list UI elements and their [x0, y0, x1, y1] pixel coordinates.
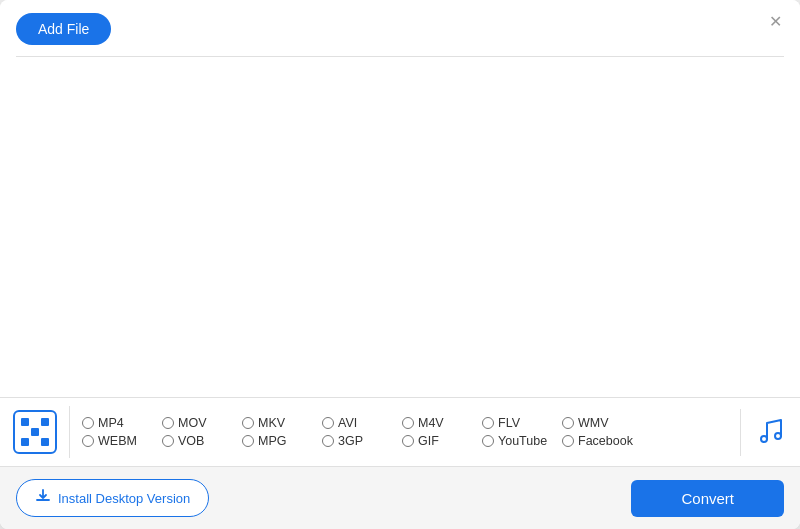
format-label-flv: FLV	[498, 416, 520, 430]
format-item-m4v[interactable]: M4V	[402, 416, 482, 430]
format-label-gif: GIF	[418, 434, 439, 448]
format-bar: MP4 MOV MKV AVI M4V	[0, 397, 800, 466]
format-radio-m4v[interactable]	[402, 417, 414, 429]
format-item-avi[interactable]: AVI	[322, 416, 402, 430]
format-radio-3gp[interactable]	[322, 435, 334, 447]
format-item-mpg[interactable]: MPG	[242, 434, 322, 448]
film-cell	[41, 428, 49, 436]
music-icon-box	[740, 409, 800, 456]
format-label-wmv: WMV	[578, 416, 609, 430]
close-button[interactable]: ✕	[764, 10, 786, 32]
format-label-vob: VOB	[178, 434, 204, 448]
convert-button[interactable]: Convert	[631, 480, 784, 517]
film-cell	[21, 438, 29, 446]
film-cell	[31, 438, 39, 446]
format-label-youtube: YouTube	[498, 434, 547, 448]
format-item-vob[interactable]: VOB	[162, 434, 242, 448]
title-bar: Add File ✕	[0, 0, 800, 56]
drop-area	[0, 57, 800, 397]
film-icon	[13, 410, 57, 454]
format-radio-mpg[interactable]	[242, 435, 254, 447]
format-radio-avi[interactable]	[322, 417, 334, 429]
install-label: Install Desktop Version	[58, 491, 190, 506]
format-label-avi: AVI	[338, 416, 357, 430]
svg-point-0	[761, 436, 767, 442]
format-radio-youtube[interactable]	[482, 435, 494, 447]
formats-grid: MP4 MOV MKV AVI M4V	[70, 412, 740, 452]
format-item-flv[interactable]: FLV	[482, 416, 562, 430]
format-item-youtube[interactable]: YouTube	[482, 434, 562, 448]
formats-row-2: WEBM VOB MPG 3GP GIF	[82, 434, 728, 448]
svg-point-1	[775, 433, 781, 439]
film-cell	[31, 428, 39, 436]
format-radio-mov[interactable]	[162, 417, 174, 429]
formats-row-1: MP4 MOV MKV AVI M4V	[82, 416, 728, 430]
format-label-webm: WEBM	[98, 434, 137, 448]
add-file-button[interactable]: Add File	[16, 13, 111, 45]
format-radio-vob[interactable]	[162, 435, 174, 447]
format-radio-gif[interactable]	[402, 435, 414, 447]
format-label-mp4: MP4	[98, 416, 124, 430]
format-radio-webm[interactable]	[82, 435, 94, 447]
format-label-facebook: Facebook	[578, 434, 633, 448]
format-label-mkv: MKV	[258, 416, 285, 430]
footer: Install Desktop Version Convert	[0, 466, 800, 529]
format-item-mp4[interactable]: MP4	[82, 416, 162, 430]
film-cell	[41, 418, 49, 426]
format-item-mkv[interactable]: MKV	[242, 416, 322, 430]
video-format-icon-box	[0, 406, 70, 458]
film-cell	[21, 428, 29, 436]
format-radio-mp4[interactable]	[82, 417, 94, 429]
format-label-mpg: MPG	[258, 434, 286, 448]
app-window: Add File ✕	[0, 0, 800, 529]
format-item-facebook[interactable]: Facebook	[562, 434, 642, 448]
music-note-icon	[755, 413, 787, 452]
format-item-webm[interactable]: WEBM	[82, 434, 162, 448]
film-cell	[41, 438, 49, 446]
format-radio-facebook[interactable]	[562, 435, 574, 447]
format-item-mov[interactable]: MOV	[162, 416, 242, 430]
format-label-mov: MOV	[178, 416, 206, 430]
format-item-gif[interactable]: GIF	[402, 434, 482, 448]
format-item-3gp[interactable]: 3GP	[322, 434, 402, 448]
format-radio-flv[interactable]	[482, 417, 494, 429]
format-radio-wmv[interactable]	[562, 417, 574, 429]
format-item-wmv[interactable]: WMV	[562, 416, 642, 430]
film-cell	[21, 418, 29, 426]
format-label-m4v: M4V	[418, 416, 444, 430]
format-label-3gp: 3GP	[338, 434, 363, 448]
format-radio-mkv[interactable]	[242, 417, 254, 429]
download-icon	[35, 488, 51, 508]
install-desktop-button[interactable]: Install Desktop Version	[16, 479, 209, 517]
film-cell	[31, 418, 39, 426]
